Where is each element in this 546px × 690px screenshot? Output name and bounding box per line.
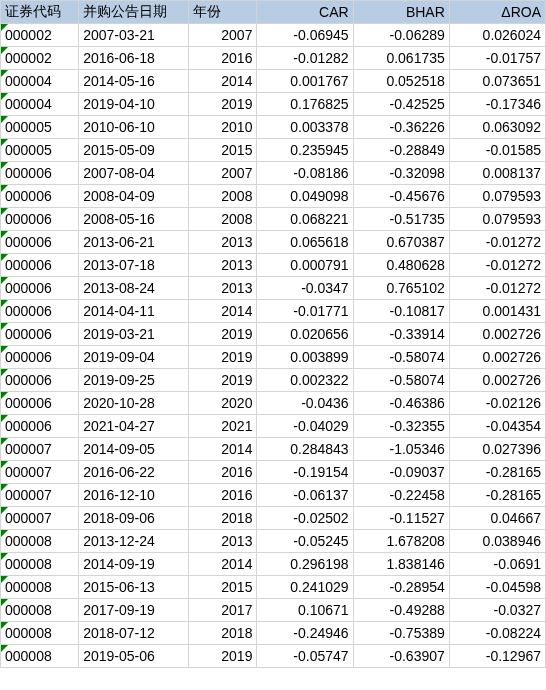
cell-car[interactable]: -0.06137 bbox=[257, 484, 353, 507]
table-row[interactable]: 0000082019-05-062019-0.05747-0.63907-0.1… bbox=[1, 645, 546, 668]
table-row[interactable]: 0000082013-12-242013-0.052451.6782080.03… bbox=[1, 530, 546, 553]
cell-droa[interactable]: 0.063092 bbox=[449, 116, 545, 139]
cell-date[interactable]: 2019-04-10 bbox=[79, 93, 189, 116]
cell-date[interactable]: 2021-04-27 bbox=[79, 415, 189, 438]
cell-bhar[interactable]: -0.36226 bbox=[353, 116, 449, 139]
table-row[interactable]: 0000062007-08-042007-0.08186-0.320980.00… bbox=[1, 162, 546, 185]
table-row[interactable]: 0000072016-06-222016-0.19154-0.09037-0.2… bbox=[1, 461, 546, 484]
cell-code[interactable]: 000007 bbox=[1, 484, 79, 507]
cell-car[interactable]: 0.176825 bbox=[257, 93, 353, 116]
cell-date[interactable]: 2013-08-24 bbox=[79, 277, 189, 300]
table-row[interactable]: 0000062008-05-1620080.068221-0.517350.07… bbox=[1, 208, 546, 231]
cell-year[interactable]: 2019 bbox=[189, 93, 257, 116]
cell-bhar[interactable]: -0.10817 bbox=[353, 300, 449, 323]
cell-year[interactable]: 2018 bbox=[189, 622, 257, 645]
cell-year[interactable]: 2015 bbox=[189, 139, 257, 162]
table-row[interactable]: 0000062013-06-2120130.0656180.670387-0.0… bbox=[1, 231, 546, 254]
cell-code[interactable]: 000004 bbox=[1, 70, 79, 93]
cell-code[interactable]: 000006 bbox=[1, 346, 79, 369]
cell-date[interactable]: 2013-06-21 bbox=[79, 231, 189, 254]
cell-car[interactable]: 0.049098 bbox=[257, 185, 353, 208]
cell-code[interactable]: 000007 bbox=[1, 438, 79, 461]
cell-droa[interactable]: 0.002726 bbox=[449, 323, 545, 346]
cell-date[interactable]: 2008-05-16 bbox=[79, 208, 189, 231]
cell-date[interactable]: 2015-05-09 bbox=[79, 139, 189, 162]
cell-code[interactable]: 000006 bbox=[1, 323, 79, 346]
cell-car[interactable]: -0.08186 bbox=[257, 162, 353, 185]
cell-bhar[interactable]: 0.061735 bbox=[353, 47, 449, 70]
cell-bhar[interactable]: 0.765102 bbox=[353, 277, 449, 300]
cell-car[interactable]: -0.01771 bbox=[257, 300, 353, 323]
cell-date[interactable]: 2020-10-28 bbox=[79, 392, 189, 415]
cell-car[interactable]: -0.05245 bbox=[257, 530, 353, 553]
cell-car[interactable]: -0.05747 bbox=[257, 645, 353, 668]
header-bhar[interactable]: BHAR bbox=[353, 1, 449, 24]
cell-car[interactable]: 0.065618 bbox=[257, 231, 353, 254]
cell-droa[interactable]: 0.079593 bbox=[449, 208, 545, 231]
cell-bhar[interactable]: -0.32355 bbox=[353, 415, 449, 438]
table-row[interactable]: 0000062014-04-112014-0.01771-0.108170.00… bbox=[1, 300, 546, 323]
cell-bhar[interactable]: -0.06289 bbox=[353, 24, 449, 47]
cell-code[interactable]: 000008 bbox=[1, 576, 79, 599]
header-code[interactable]: 证券代码 bbox=[1, 1, 79, 24]
cell-car[interactable]: 0.296198 bbox=[257, 553, 353, 576]
cell-bhar[interactable]: -0.33914 bbox=[353, 323, 449, 346]
cell-car[interactable]: -0.19154 bbox=[257, 461, 353, 484]
cell-year[interactable]: 2008 bbox=[189, 208, 257, 231]
cell-date[interactable]: 2007-03-21 bbox=[79, 24, 189, 47]
cell-code[interactable]: 000008 bbox=[1, 553, 79, 576]
header-year[interactable]: 年份 bbox=[189, 1, 257, 24]
cell-bhar[interactable]: -0.22458 bbox=[353, 484, 449, 507]
cell-bhar[interactable]: -0.32098 bbox=[353, 162, 449, 185]
table-row[interactable]: 0000022007-03-212007-0.06945-0.062890.02… bbox=[1, 24, 546, 47]
table-row[interactable]: 0000072016-12-102016-0.06137-0.22458-0.2… bbox=[1, 484, 546, 507]
cell-bhar[interactable]: -0.09037 bbox=[353, 461, 449, 484]
cell-year[interactable]: 2016 bbox=[189, 461, 257, 484]
cell-date[interactable]: 2013-07-18 bbox=[79, 254, 189, 277]
cell-car[interactable]: -0.0436 bbox=[257, 392, 353, 415]
cell-year[interactable]: 2007 bbox=[189, 24, 257, 47]
cell-code[interactable]: 000006 bbox=[1, 392, 79, 415]
header-date[interactable]: 并购公告日期 bbox=[79, 1, 189, 24]
cell-car[interactable]: -0.24946 bbox=[257, 622, 353, 645]
cell-droa[interactable]: -0.12967 bbox=[449, 645, 545, 668]
cell-year[interactable]: 2014 bbox=[189, 300, 257, 323]
cell-date[interactable]: 2014-04-11 bbox=[79, 300, 189, 323]
cell-droa[interactable]: -0.04598 bbox=[449, 576, 545, 599]
header-droa[interactable]: ΔROA bbox=[449, 1, 545, 24]
cell-droa[interactable]: -0.01272 bbox=[449, 254, 545, 277]
cell-car[interactable]: 0.10671 bbox=[257, 599, 353, 622]
cell-code[interactable]: 000005 bbox=[1, 116, 79, 139]
table-row[interactable]: 0000022016-06-182016-0.012820.061735-0.0… bbox=[1, 47, 546, 70]
cell-year[interactable]: 2014 bbox=[189, 70, 257, 93]
cell-droa[interactable]: -0.04354 bbox=[449, 415, 545, 438]
cell-bhar[interactable]: -0.45676 bbox=[353, 185, 449, 208]
cell-year[interactable]: 2013 bbox=[189, 530, 257, 553]
cell-bhar[interactable]: -0.11527 bbox=[353, 507, 449, 530]
cell-car[interactable]: 0.000791 bbox=[257, 254, 353, 277]
table-row[interactable]: 0000062008-04-0920080.049098-0.456760.07… bbox=[1, 185, 546, 208]
cell-date[interactable]: 2014-09-19 bbox=[79, 553, 189, 576]
cell-bhar[interactable]: -0.49288 bbox=[353, 599, 449, 622]
cell-date[interactable]: 2016-06-18 bbox=[79, 47, 189, 70]
cell-date[interactable]: 2007-08-04 bbox=[79, 162, 189, 185]
cell-code[interactable]: 000008 bbox=[1, 530, 79, 553]
table-row[interactable]: 0000062021-04-272021-0.04029-0.32355-0.0… bbox=[1, 415, 546, 438]
table-row[interactable]: 0000082018-07-122018-0.24946-0.75389-0.0… bbox=[1, 622, 546, 645]
table-row[interactable]: 0000072014-09-0520140.284843-1.053460.02… bbox=[1, 438, 546, 461]
cell-year[interactable]: 2014 bbox=[189, 553, 257, 576]
cell-code[interactable]: 000007 bbox=[1, 507, 79, 530]
cell-droa[interactable]: 0.079593 bbox=[449, 185, 545, 208]
cell-bhar[interactable]: -0.42525 bbox=[353, 93, 449, 116]
cell-car[interactable]: 0.003378 bbox=[257, 116, 353, 139]
cell-year[interactable]: 2018 bbox=[189, 507, 257, 530]
cell-bhar[interactable]: -0.75389 bbox=[353, 622, 449, 645]
cell-code[interactable]: 000007 bbox=[1, 461, 79, 484]
cell-code[interactable]: 000002 bbox=[1, 47, 79, 70]
cell-droa[interactable]: -0.01272 bbox=[449, 277, 545, 300]
cell-droa[interactable]: 0.073651 bbox=[449, 70, 545, 93]
cell-code[interactable]: 000008 bbox=[1, 622, 79, 645]
cell-droa[interactable]: 0.038946 bbox=[449, 530, 545, 553]
cell-bhar[interactable]: -0.28954 bbox=[353, 576, 449, 599]
cell-droa[interactable]: -0.08224 bbox=[449, 622, 545, 645]
